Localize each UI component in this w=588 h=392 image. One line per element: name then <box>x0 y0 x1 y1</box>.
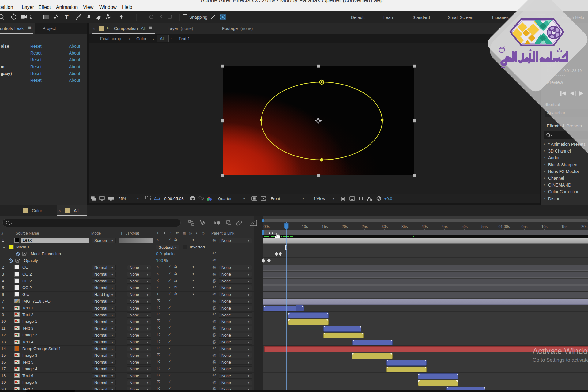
svg-text:0:00:05:08: 0:00:05:08 <box>164 196 184 201</box>
svg-text:▾: ▾ <box>333 197 334 200</box>
svg-text:T: T <box>65 14 69 20</box>
svg-text:▾: ▾ <box>303 197 304 200</box>
svg-text:+0.0: +0.0 <box>384 196 392 201</box>
svg-text:▾: ▾ <box>243 197 245 200</box>
svg-text:1 View: 1 View <box>313 196 325 201</box>
svg-text:25%: 25% <box>119 196 126 201</box>
svg-text:Quarter: Quarter <box>218 196 232 201</box>
svg-text:▾: ▾ <box>137 197 139 200</box>
svg-text:Front: Front <box>271 196 280 201</box>
